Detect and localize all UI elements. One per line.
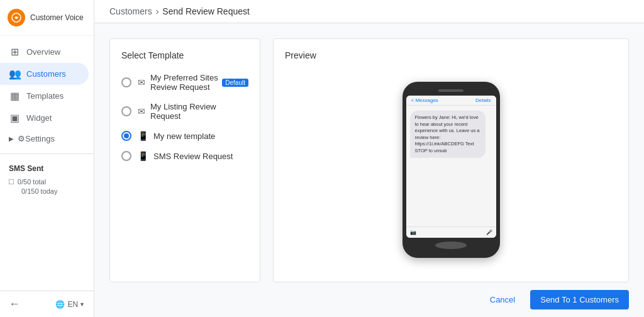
phone-mockup: < Messages Details Flowers by Jane: Hi, …: [402, 82, 500, 258]
chevron-right-icon: ▶: [9, 135, 14, 142]
app-logo-icon: [8, 9, 25, 26]
globe-icon: 🌐: [55, 300, 65, 309]
template-panel-title: Select Template: [110, 50, 260, 68]
language-selector[interactable]: 🌐 EN ▼: [55, 300, 85, 309]
phone-back-label: < Messages: [411, 97, 438, 103]
phone-input-bar: 📷 🎤: [406, 226, 496, 238]
send-icon: 🎤: [486, 230, 492, 235]
sms-icon-t4: 📱: [138, 151, 148, 161]
sms-icon: □: [9, 177, 14, 186]
widget-icon: ▣: [9, 112, 20, 124]
breadcrumb-parent[interactable]: Customers: [109, 6, 152, 16]
default-badge-t1: Default: [222, 79, 248, 87]
sidebar-divider: [0, 153, 94, 154]
camera-icon: 📷: [410, 230, 416, 235]
footer-bar: Cancel Send To 1 Customers: [94, 282, 644, 317]
phone-notch: [438, 89, 464, 92]
send-button[interactable]: Send To 1 Customers: [530, 290, 629, 309]
sms-total-stat: □ 0/50 total: [9, 177, 85, 186]
template-label-t4: SMS Review Request: [153, 152, 233, 161]
sms-title: SMS Sent: [9, 164, 85, 173]
radio-t4[interactable]: [121, 151, 131, 161]
email-icon-t2: ✉: [138, 106, 145, 116]
sidebar-item-customers[interactable]: 👥 Customers: [0, 63, 89, 85]
sms-icon-t3: 📱: [138, 131, 148, 141]
sidebar-label-customers: Customers: [26, 69, 66, 79]
app-name-label: Customer Voice: [30, 13, 84, 22]
sms-total-label: 0/50 total: [18, 178, 46, 186]
template-item-2[interactable]: ✉ My Listing Review Request: [110, 97, 260, 126]
sidebar-label-templates: Templates: [26, 91, 64, 101]
sms-section: SMS Sent □ 0/50 total 0/150 today: [0, 159, 94, 203]
phone-screen: < Messages Details Flowers by Jane: Hi, …: [406, 96, 496, 238]
phone-status-bar: < Messages Details: [406, 96, 496, 106]
template-label-t1: My Preferred Sites Review Request: [150, 73, 218, 92]
grid-icon: ⊞: [9, 46, 20, 58]
preview-content: < Messages Details Flowers by Jane: Hi, …: [285, 69, 617, 270]
cancel-button[interactable]: Cancel: [482, 290, 523, 309]
phone-detail-label: Details: [475, 97, 491, 103]
template-icon: ▦: [9, 90, 20, 102]
topbar: Customers › Send Review Request: [94, 0, 644, 23]
sidebar-bottom: ← 🌐 EN ▼: [0, 291, 94, 317]
sidebar-nav: ⊞ Overview 👥 Customers ▦ Templates ▣ Wid…: [0, 36, 94, 291]
sidebar: Customer Voice ⊞ Overview 👥 Customers ▦ …: [0, 0, 94, 317]
sms-today-label: 0/150 today: [9, 187, 58, 195]
template-item-3[interactable]: 📱 My new template: [110, 126, 260, 146]
preview-panel: Preview < Messages Details Flowers by Ja…: [273, 38, 629, 282]
chevron-down-icon: ▼: [79, 301, 85, 308]
radio-t1[interactable]: [121, 77, 131, 87]
template-label-t3: My new template: [153, 131, 215, 141]
sidebar-item-templates[interactable]: ▦ Templates: [0, 85, 89, 107]
breadcrumb-current: Send Review Request: [162, 6, 250, 16]
sidebar-label-widget: Widget: [26, 113, 52, 123]
template-item-1[interactable]: ✉ My Preferred Sites Review Request Defa…: [110, 68, 260, 97]
template-panel: Select Template ✉ My Preferred Sites Rev…: [109, 38, 260, 282]
back-button[interactable]: ←: [9, 298, 20, 311]
email-icon-t1: ✉: [138, 77, 145, 87]
sidebar-item-overview[interactable]: ⊞ Overview: [0, 41, 89, 63]
main-content: Customers › Send Review Request Select T…: [94, 0, 644, 317]
preview-title: Preview: [285, 50, 617, 60]
people-icon: 👥: [9, 68, 20, 80]
radio-t2[interactable]: [121, 106, 131, 116]
phone-messages-area: Flowers by Jane: Hi, we'd love to hear a…: [406, 106, 496, 226]
template-item-4[interactable]: 📱 SMS Review Request: [110, 146, 260, 166]
content-area: Select Template ✉ My Preferred Sites Rev…: [94, 23, 644, 282]
phone-home-bar: [435, 242, 467, 249]
sidebar-item-widget[interactable]: ▣ Widget: [0, 107, 89, 129]
template-label-t2: My Listing Review Request: [150, 102, 248, 121]
sidebar-item-settings[interactable]: ▶ ⚙ Settings: [0, 129, 94, 148]
radio-t3[interactable]: [121, 131, 131, 141]
sidebar-label-settings: Settings: [25, 134, 55, 143]
settings-icon: ⚙: [18, 134, 25, 143]
sidebar-logo: Customer Voice: [0, 0, 94, 36]
message-bubble: Flowers by Jane: Hi, we'd love to hear a…: [410, 111, 486, 158]
breadcrumb-separator: ›: [156, 6, 159, 16]
breadcrumb: Customers › Send Review Request: [109, 6, 250, 16]
lang-label: EN: [67, 300, 78, 309]
sms-today-stat: 0/150 today: [9, 187, 85, 195]
sidebar-label-overview: Overview: [26, 47, 60, 57]
